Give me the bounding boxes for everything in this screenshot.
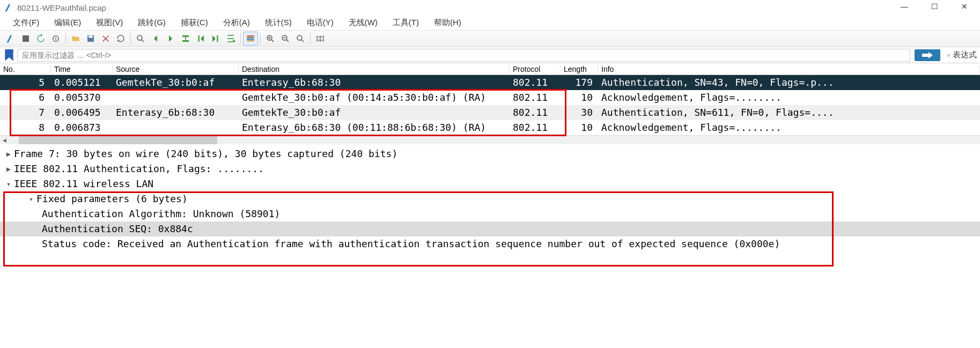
menu-analyze[interactable]: 分析(A) [216,16,257,29]
collapse-icon[interactable]: ▾ [26,191,36,206]
menu-go[interactable]: 跳转(G) [130,16,173,29]
menu-help[interactable]: 帮助(H) [426,16,469,29]
menu-tools[interactable]: 工具(T) [385,16,426,29]
packet-row[interactable]: 5 0.005121 GemtekTe_30:b0:af Enterasy_6b… [0,75,980,90]
title-bar: 80211-WEPauthfail.pcap — ☐ ✕ [0,0,980,15]
expand-icon[interactable]: ▶ [3,161,14,176]
zoom-out-button[interactable] [278,32,293,46]
packet-list-header: No. Time Source Destination Protocol Len… [0,63,980,75]
svg-point-12 [297,35,302,40]
menu-capture[interactable]: 捕获(C) [173,16,216,29]
go-last-button[interactable] [208,32,223,46]
svg-point-2 [55,38,57,40]
column-header-info[interactable]: Info [598,65,980,73]
scroll-left-icon[interactable]: ◂ [0,136,9,144]
column-header-dst[interactable]: Destination [239,65,510,73]
find-packet-button[interactable] [133,32,148,46]
apply-filter-button[interactable] [915,49,940,61]
auto-scroll-button[interactable] [223,32,238,46]
window-title: 80211-WEPauthfail.pcap [17,3,106,12]
main-toolbar [0,30,980,47]
menu-file[interactable]: 文件(F) [5,16,47,29]
window-controls: — ☐ ✕ [896,0,980,11]
menu-bar: 文件(F) 编辑(E) 视图(V) 跳转(G) 捕获(C) 分析(A) 统计(S… [0,15,980,30]
svg-rect-7 [247,37,254,38]
tree-item-status[interactable]: Status code: Received an Authentication … [0,236,980,251]
menu-stats[interactable]: 统计(S) [257,16,299,29]
svg-rect-4 [89,36,93,38]
packet-row[interactable]: 6 0.005370 GemtekTe_30:b0:af (00:14:a5:3… [0,90,980,105]
tree-item-ieee-auth[interactable]: ▶ IEEE 802.11 Authentication, Flags: ...… [0,161,980,176]
menu-wireless[interactable]: 无线(W) [341,16,385,29]
column-header-src[interactable]: Source [113,65,239,73]
go-first-button[interactable] [193,32,208,46]
go-back-button[interactable] [148,32,163,46]
svg-rect-8 [247,39,254,40]
tree-item-auth-seq[interactable]: Authentication SEQ: 0x884c [0,221,980,236]
column-header-proto[interactable]: Protocol [510,65,561,73]
zoom-reset-button[interactable] [293,32,308,46]
capture-options-button[interactable] [48,32,63,46]
save-file-button[interactable] [83,32,98,46]
tree-item-frame[interactable]: ▶ Frame 7: 30 bytes on wire (240 bits), … [0,146,980,161]
svg-point-5 [137,35,142,40]
colorize-button[interactable] [243,32,258,46]
menu-edit[interactable]: 编辑(E) [47,16,89,29]
start-capture-button[interactable] [3,32,18,46]
close-file-button[interactable] [98,32,113,46]
display-filter-bar: ▾ 表达式 [0,47,980,63]
expand-icon[interactable]: ▶ [3,146,14,161]
go-forward-button[interactable] [163,32,178,46]
svg-rect-6 [247,35,254,36]
tree-item-ieee-wlan[interactable]: ▾ IEEE 802.11 wireless LAN [0,176,980,191]
go-to-packet-button[interactable] [178,32,193,46]
minimize-button[interactable]: — [896,2,912,11]
expression-button[interactable]: 表达式 [953,50,977,60]
resize-columns-button[interactable] [313,32,328,46]
column-header-no[interactable]: No. [0,65,51,73]
menu-telephony[interactable]: 电话(Y) [299,16,341,29]
collapse-icon[interactable]: ▾ [3,176,14,191]
app-logo-icon [4,3,14,12]
menu-view[interactable]: 视图(V) [89,16,130,29]
svg-rect-0 [23,35,29,42]
open-file-button[interactable] [68,32,83,46]
packet-list-scrollbar[interactable]: ◂ [0,135,980,144]
tree-item-fixed-params[interactable]: ▾ Fixed parameters (6 bytes) [0,191,980,206]
maximize-button[interactable]: ☐ [926,2,942,11]
packet-details[interactable]: ▶ Frame 7: 30 bytes on wire (240 bits), … [0,144,980,251]
restart-capture-button[interactable] [33,32,48,46]
column-header-len[interactable]: Length [561,65,598,73]
reload-button[interactable] [113,32,128,46]
column-header-time[interactable]: Time [51,65,113,73]
svg-rect-9 [247,40,254,41]
scroll-thumb[interactable] [19,136,217,144]
packet-row[interactable]: 8 0.006873 Enterasy_6b:68:30 (00:11:88:6… [0,120,980,135]
tree-item-auth-algo[interactable]: Authentication Algorithm: Unknown (58901… [0,206,980,221]
filter-bookmark-icon[interactable] [3,49,15,61]
stop-capture-button[interactable] [18,32,33,46]
packet-row[interactable]: 7 0.006495 Enterasy_6b:68:30 GemtekTe_30… [0,105,980,120]
close-button[interactable]: ✕ [956,2,972,11]
zoom-in-button[interactable] [263,32,278,46]
display-filter-input[interactable] [17,49,910,62]
packet-list[interactable]: 5 0.005121 GemtekTe_30:b0:af Enterasy_6b… [0,75,980,135]
